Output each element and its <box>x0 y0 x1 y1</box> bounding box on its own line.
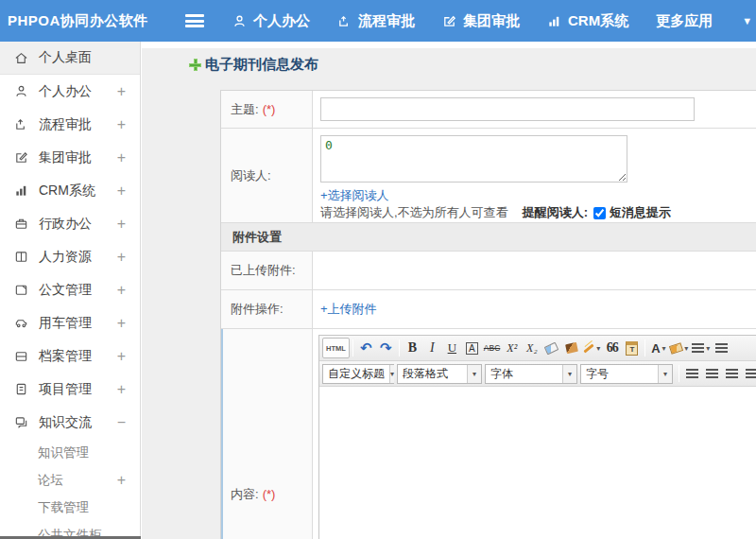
heading-select[interactable]: 自定义标题 ▾ <box>322 364 394 384</box>
autotypeset-button[interactable]: ▾ <box>581 338 602 358</box>
sms-reminder-checkbox[interactable] <box>593 207 606 219</box>
chart-icon <box>547 14 561 28</box>
chevron-down-icon: ▾ <box>389 365 394 383</box>
strikethrough-button[interactable]: ABC <box>482 338 502 358</box>
sidebar-item-workflow-approval[interactable]: 流程审批 + <box>0 108 140 141</box>
readers-textarea[interactable]: 0 <box>320 135 627 183</box>
html-source-button[interactable]: HTML <box>322 338 350 358</box>
font-style-button[interactable]: A <box>462 338 482 358</box>
clipboard-icon: T <box>626 341 638 356</box>
editor-toolbar-row2: 自定义标题 ▾ 段落格式 ▾ 字体 ▾ 字号 ▾ <box>319 361 756 387</box>
sidebar-subitem-forum[interactable]: 论坛 + <box>0 466 140 494</box>
editor-content-area[interactable] <box>319 387 756 539</box>
format-brush-button[interactable] <box>561 338 581 358</box>
archive-icon <box>14 349 28 363</box>
subject-label: 主题: (*) <box>221 91 313 128</box>
subject-input[interactable] <box>320 97 695 121</box>
select-readers-link[interactable]: +选择阅读人 <box>320 188 389 202</box>
sidebar-item-personal-desktop[interactable]: 个人桌面 <box>0 42 140 75</box>
nav-workflow-approval[interactable]: 流程审批 <box>337 12 415 30</box>
ordered-list-button[interactable]: ▾ <box>690 338 712 358</box>
edit-icon <box>442 14 456 28</box>
sidebar-item-personal-office[interactable]: 个人办公 + <box>0 75 140 108</box>
paragraph-format-select[interactable]: 段落格式 ▾ <box>397 364 482 384</box>
nav-group-approval[interactable]: 集团审批 <box>442 12 520 30</box>
readers-label: 阅读人: <box>221 129 313 222</box>
sidebar-subitem-knowledge-mgmt[interactable]: 知识管理 <box>0 439 140 466</box>
flow-icon <box>337 14 352 28</box>
highlight-button[interactable]: ▾ <box>668 338 690 358</box>
eraser-icon <box>544 341 559 355</box>
subject-row: 主题: (*) <box>221 91 756 129</box>
unordered-list-icon <box>715 343 728 354</box>
uploaded-attachments-label: 已上传附件: <box>221 252 313 289</box>
undo-button[interactable]: ↶ <box>356 338 376 358</box>
content-row: 内容: (*) HTML ↶ ↷ B I U A <box>221 329 756 539</box>
sidebar-item-document-mgmt[interactable]: 公文管理 + <box>0 273 140 306</box>
home-icon <box>14 51 28 65</box>
highlighter-icon <box>669 342 683 355</box>
redo-button[interactable]: ↷ <box>376 338 396 358</box>
book-icon <box>14 250 28 264</box>
person-icon <box>232 14 247 28</box>
nav-more-apps[interactable]: 更多应用 <box>656 12 713 30</box>
green-plus-icon <box>189 59 201 71</box>
sidebar-item-hr[interactable]: 人力资源 + <box>0 240 140 273</box>
chat-stack-icon <box>14 415 28 429</box>
readers-row: 阅读人: 0 +选择阅读人 请选择阅读人,不选为所有人可查看 提醒阅读人: 短消… <box>221 129 756 223</box>
publish-form: 主题: (*) 阅读人: 0 +选择阅读人 请选择阅读人,不选为所有人可查看 提… <box>220 90 756 539</box>
magic-wand-icon <box>584 343 594 353</box>
subscript-button[interactable]: X₂ <box>522 338 541 358</box>
paste-text-button[interactable]: T <box>622 338 642 358</box>
align-left-button[interactable] <box>682 363 702 384</box>
briefcase-icon <box>14 217 28 231</box>
required-mark: (*) <box>263 102 276 116</box>
upload-attachment-link[interactable]: +上传附件 <box>320 301 377 318</box>
justify-button[interactable] <box>742 363 756 384</box>
blockquote-button[interactable]: 66 <box>602 338 622 358</box>
sidebar-item-knowledge-exchange[interactable]: 知识交流 − <box>0 406 140 439</box>
sidebar-item-vehicle-mgmt[interactable]: 用车管理 + <box>0 306 140 339</box>
ordered-list-icon <box>692 343 704 354</box>
sidebar-item-group-approval[interactable]: 集团审批 + <box>0 141 140 174</box>
sidebar-item-archive-mgmt[interactable]: 档案管理 + <box>0 339 140 373</box>
rich-text-editor: HTML ↶ ↷ B I U A ABC X² X₂ ▾ <box>318 335 756 539</box>
chevron-down-icon: ▾ <box>562 365 576 383</box>
align-right-icon <box>726 369 738 379</box>
editor-toolbar-row1: HTML ↶ ↷ B I U A ABC X² X₂ ▾ <box>319 336 756 361</box>
uploaded-attachments-value <box>313 252 756 289</box>
unordered-list-button[interactable] <box>712 338 731 358</box>
sms-reminder-label: 短消息提示 <box>610 204 671 221</box>
format-brush-icon <box>565 342 578 354</box>
menu-icon[interactable] <box>185 14 204 27</box>
italic-button[interactable]: I <box>422 338 442 358</box>
align-center-button[interactable] <box>702 363 722 384</box>
font-family-select[interactable]: 字体 ▾ <box>485 364 577 384</box>
readers-hint: 请选择阅读人,不选为所有人可查看 <box>320 204 508 221</box>
nav-crm[interactable]: CRM系统 <box>547 12 628 30</box>
align-center-icon <box>706 369 718 379</box>
attachment-action-row: 附件操作: +上传附件 <box>221 290 756 329</box>
sidebar: 个人桌面 个人办公 + 流程审批 + 集团审批 + CRM系统 + 行政办公 +… <box>0 42 141 539</box>
underline-button[interactable]: U <box>442 338 462 358</box>
sidebar-subitem-download-mgmt[interactable]: 下载管理 <box>0 494 140 521</box>
sidebar-item-crm[interactable]: CRM系统 + <box>0 174 140 207</box>
sidebar-item-project-mgmt[interactable]: 项目管理 + <box>0 373 140 406</box>
bold-button[interactable]: B <box>403 338 422 358</box>
document-icon <box>14 283 28 297</box>
more-apps-caret-icon[interactable]: ▼ <box>742 15 752 26</box>
align-left-icon <box>686 369 698 379</box>
nav-personal-office[interactable]: 个人办公 <box>232 12 310 30</box>
top-nav: 个人办公 流程审批 集团审批 CRM系统 更多应用 ▼ <box>232 12 752 30</box>
align-right-button[interactable] <box>722 363 742 384</box>
page-title: 电子期刊信息发布 <box>189 56 318 74</box>
sidebar-item-admin-office[interactable]: 行政办公 + <box>0 207 140 240</box>
font-size-select[interactable]: 字号 ▾ <box>580 364 673 384</box>
justify-icon <box>746 369 756 379</box>
uploaded-attachments-row: 已上传附件: <box>221 252 756 290</box>
flow-icon <box>14 117 28 131</box>
font-color-button[interactable]: A▾ <box>648 338 668 358</box>
remind-readers-label: 提醒阅读人: <box>523 204 588 221</box>
eraser-button[interactable] <box>541 338 561 358</box>
superscript-button[interactable]: X² <box>502 338 522 358</box>
